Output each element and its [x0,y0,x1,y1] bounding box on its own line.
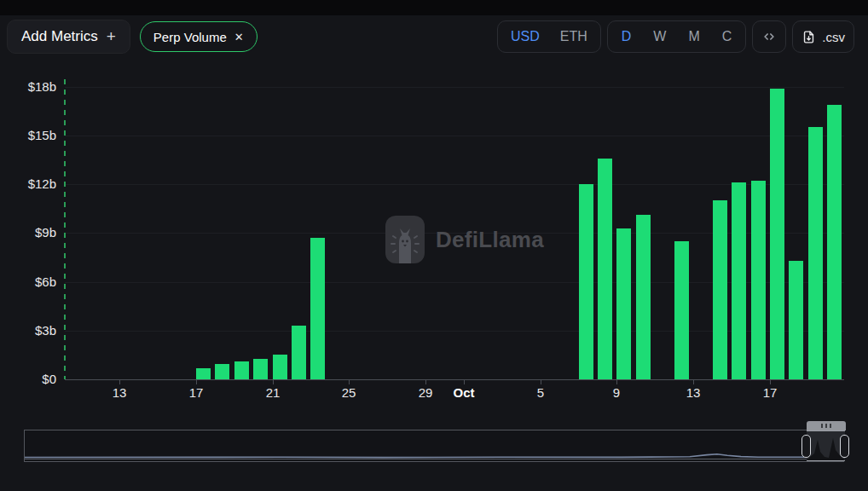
x-tick-label: 5 [515,385,566,400]
x-tick-label: 13 [94,385,145,400]
bar-sep-18[interactable] [215,364,229,379]
y-tick-label: $0 [7,372,56,386]
defillama-watermark: DefiLlama [385,216,544,263]
gridline [65,136,844,136]
x-tick [273,380,274,384]
bar-sep-19[interactable] [234,361,249,379]
x-tick [464,380,465,384]
bar-oct-20[interactable] [827,105,842,379]
bar-oct-18[interactable] [789,261,803,379]
bar-sep-21[interactable] [273,355,287,379]
x-tick [770,380,771,384]
gridline [65,87,844,88]
y-tick-label: $12b [7,176,56,191]
minimap-zoom-track[interactable] [24,430,844,462]
y-tick-label: $18b [7,79,56,94]
brush-handle-right[interactable] [840,435,849,458]
x-tick-label: 25 [323,385,374,400]
x-tick-label: 9 [591,385,642,400]
minimap-sparkline [25,430,843,461]
bar-oct-7[interactable] [579,184,593,379]
x-tick [425,380,426,384]
x-tick [693,380,694,384]
bar-oct-9[interactable] [616,228,631,379]
y-tick-label: $15b [7,128,56,142]
x-tick-label: 21 [247,385,298,400]
bar-oct-8[interactable] [598,159,612,379]
x-tick [119,380,120,384]
x-tick-label: 13 [668,385,719,400]
bar-sep-17[interactable] [196,368,211,379]
bar-oct-19[interactable] [808,127,823,379]
y-tick-label: $3b [7,323,56,338]
gridline [65,184,844,185]
bar-oct-10[interactable] [636,215,651,379]
x-tick-label: Oct [438,385,489,400]
perp-volume-chart-page: Add Metrics + Perp Volume ✕ USD ETH D W … [0,0,868,491]
x-tick [349,380,350,384]
bar-oct-16[interactable] [751,181,766,379]
bar-oct-14[interactable] [713,200,727,379]
bar-oct-17[interactable] [770,89,784,379]
bar-oct-15[interactable] [732,182,746,379]
bar-sep-22[interactable] [292,326,306,379]
y-axis-line [64,79,66,379]
x-axis-line [65,379,844,380]
x-tick-label: 17 [171,385,222,400]
defillama-watermark-text: DefiLlama [436,227,544,253]
brush-handle-left[interactable] [801,435,811,458]
x-tick [541,380,541,384]
bar-sep-20[interactable] [253,359,268,379]
brush-move-handle[interactable] [807,421,846,430]
x-tick-label: 17 [744,385,796,400]
bar-sep-23[interactable] [310,238,325,379]
x-tick [196,380,197,384]
y-tick-label: $6b [7,274,56,289]
x-tick [616,380,617,384]
brush-grip-icon [821,424,823,428]
defillama-logo-icon [385,216,425,263]
y-tick-label: $9b [7,225,56,240]
bar-oct-12[interactable] [674,241,689,379]
